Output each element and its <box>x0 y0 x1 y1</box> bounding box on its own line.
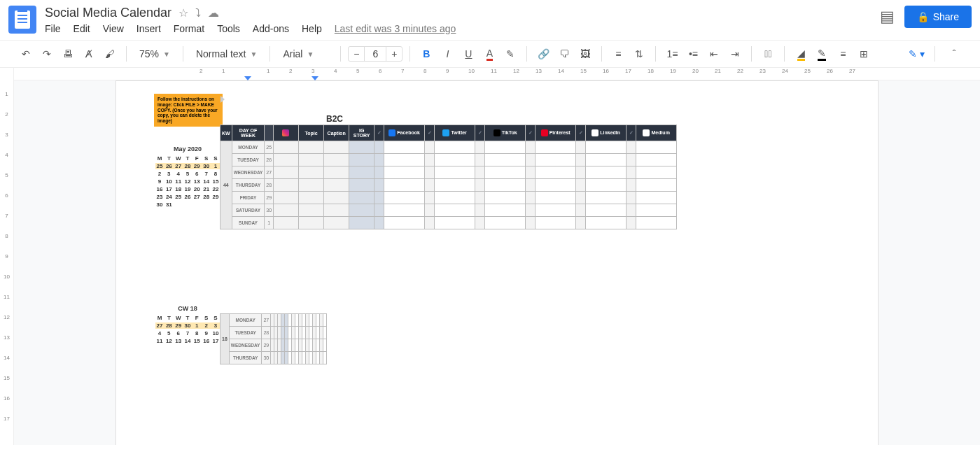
underline-icon[interactable]: U <box>459 45 477 63</box>
border-color-icon[interactable]: ✎ <box>813 45 831 63</box>
col-topic: Topic <box>299 125 324 141</box>
paint-format-icon[interactable]: 🖌 <box>101 45 119 63</box>
b2c-label: B2C <box>326 114 343 124</box>
bulleted-list-icon[interactable]: •≡ <box>684 45 702 63</box>
star-icon[interactable]: ☆ <box>178 6 188 20</box>
lock-icon: 🔒 <box>917 11 929 22</box>
collapse-icon[interactable]: ˆ <box>945 45 963 63</box>
schedule-table-week2: 18MONDAY27TUESDAY28WEDNESDAY29THURSDAY30 <box>220 313 327 364</box>
col-instagram <box>274 125 299 141</box>
menu-view[interactable]: View <box>103 23 124 34</box>
comments-icon[interactable]: ▤ <box>880 8 895 26</box>
last-edit-link[interactable]: Last edit was 3 minutes ago <box>335 23 456 34</box>
col-kw: KW <box>220 125 232 141</box>
line-spacing-icon[interactable]: ⇅ <box>630 45 648 63</box>
indent-increase-icon[interactable]: ⇥ <box>726 45 744 63</box>
italic-icon[interactable]: I <box>438 45 456 63</box>
docs-logo-icon[interactable] <box>8 6 36 34</box>
font-size-decrease[interactable]: − <box>349 48 364 59</box>
spellcheck-icon[interactable]: A̸ <box>80 45 98 63</box>
share-button[interactable]: 🔒 Share <box>904 6 972 28</box>
col-tiktok: TikTok <box>485 125 526 141</box>
fill-color-icon[interactable]: ◢ <box>792 45 810 63</box>
indent-decrease-icon[interactable]: ⇤ <box>705 45 723 63</box>
font-size-increase[interactable]: + <box>386 48 402 59</box>
col-dow: DAY OF WEEK <box>232 125 265 141</box>
menu-insert[interactable]: Insert <box>136 23 161 34</box>
instruction-note: Follow the instructions on image: Click … <box>154 94 223 127</box>
highlight-icon[interactable]: ✎ <box>501 45 519 63</box>
link-icon[interactable]: 🔗 <box>534 45 552 63</box>
menu-tools[interactable]: Tools <box>217 23 240 34</box>
bold-icon[interactable]: B <box>417 45 435 63</box>
share-label: Share <box>933 11 959 22</box>
col-igstory: IG STORY <box>349 125 374 141</box>
menu-file[interactable]: File <box>45 23 61 34</box>
align-icon[interactable]: ≡ <box>609 45 627 63</box>
vertical-ruler: 123 4567 891011 12131415 1617 <box>0 68 14 445</box>
image-icon[interactable]: 🖼 <box>576 45 594 63</box>
border-style-icon[interactable]: ⊞ <box>855 45 873 63</box>
horizontal-ruler: 211 2345 6789 10111213 14151617 18192021… <box>14 68 980 80</box>
col-medium: Medium <box>636 125 677 141</box>
col-twitter: Twitter <box>435 125 475 141</box>
redo-icon[interactable]: ↷ <box>38 45 56 63</box>
clear-format-icon[interactable]: Ｔ̶ <box>759 45 777 63</box>
numbered-list-icon[interactable]: 1≡ <box>663 45 681 63</box>
comment-icon[interactable]: 🗨 <box>555 45 573 63</box>
col-pinterest: Pinterest <box>536 125 576 141</box>
col-caption: Caption <box>324 125 349 141</box>
print-icon[interactable]: 🖶 <box>59 45 77 63</box>
toolbar: ↶ ↷ 🖶 A̸ 🖌 75%▼ Normal text▼ Arial▼ − 6 … <box>0 41 980 68</box>
font-size-control: − 6 + <box>348 46 402 62</box>
border-width-icon[interactable]: ≡ <box>834 45 852 63</box>
zoom-select[interactable]: 75%▼ <box>134 47 176 61</box>
editing-mode[interactable]: ✎ ▾ <box>909 48 925 59</box>
menu-help[interactable]: Help <box>302 23 322 34</box>
font-select[interactable]: Arial▼ <box>277 47 333 61</box>
mini-calendar-may: May 2020 MTWTFSS 25262728293012345678910… <box>155 146 220 209</box>
move-icon[interactable]: ⤵ <box>195 7 201 20</box>
styles-select[interactable]: Normal text▼ <box>190 47 262 61</box>
document-title[interactable]: Social Media Calendar <box>45 6 172 20</box>
menu-format[interactable]: Format <box>174 23 204 34</box>
menu-addons[interactable]: Add-ons <box>253 23 289 34</box>
undo-icon[interactable]: ↶ <box>17 45 35 63</box>
font-size-value[interactable]: 6 <box>364 47 386 61</box>
document-page[interactable]: Follow the instructions on image: Click … <box>115 80 878 445</box>
col-facebook: Facebook <box>384 125 425 141</box>
cloud-icon[interactable]: ☁ <box>208 6 219 20</box>
col-linkedin: LinkedIn <box>586 125 626 141</box>
schedule-table-week1: KW DAY OF WEEK Topic Caption IG STORY ✓ … <box>220 125 677 229</box>
mini-calendar-cw18: CW 18 MTWTFSS 27282930123456789101112131… <box>155 305 220 346</box>
menu-edit[interactable]: Edit <box>74 23 90 34</box>
text-color-icon[interactable]: A <box>480 45 498 63</box>
